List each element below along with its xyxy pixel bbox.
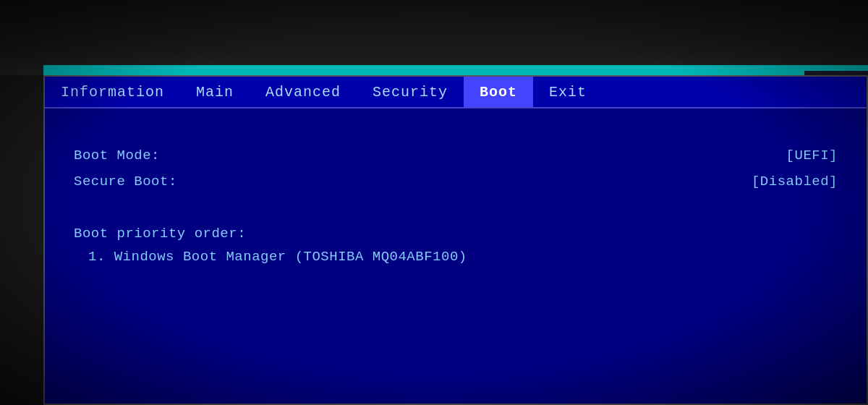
- menu-item-security[interactable]: Security: [357, 77, 464, 107]
- menu-item-main[interactable]: Main: [180, 77, 250, 107]
- boot-mode-value[interactable]: [UEFI]: [786, 148, 838, 163]
- secure-boot-value[interactable]: [Disabled]: [752, 174, 838, 189]
- menu-item-exit[interactable]: Exit: [533, 77, 603, 107]
- menu-item-information[interactable]: Information: [45, 77, 180, 107]
- secure-boot-row: Secure Boot: [Disabled]: [74, 171, 838, 192]
- boot-mode-label: Boot Mode:: [74, 148, 160, 163]
- boot-item-1[interactable]: 1. Windows Boot Manager (TOSHIBA MQ04ABF…: [74, 249, 838, 265]
- teal-accent-bar: [43, 65, 868, 75]
- boot-mode-row: Boot Mode: [UEFI]: [74, 145, 838, 166]
- top-bezel: [0, 0, 868, 75]
- boot-priority-title: Boot priority order:: [74, 226, 838, 242]
- bios-screen: Information Main Advanced Security Boot …: [43, 75, 868, 405]
- menu-item-advanced[interactable]: Advanced: [250, 77, 357, 107]
- menu-item-boot[interactable]: Boot: [464, 77, 533, 107]
- secure-boot-label: Secure Boot:: [74, 174, 177, 189]
- content-area: Boot Mode: [UEFI] Secure Boot: [Disabled…: [45, 108, 867, 286]
- menu-bar: Information Main Advanced Security Boot …: [45, 77, 867, 108]
- outer-frame: Insyde Information Main Advanced Securit…: [0, 0, 868, 405]
